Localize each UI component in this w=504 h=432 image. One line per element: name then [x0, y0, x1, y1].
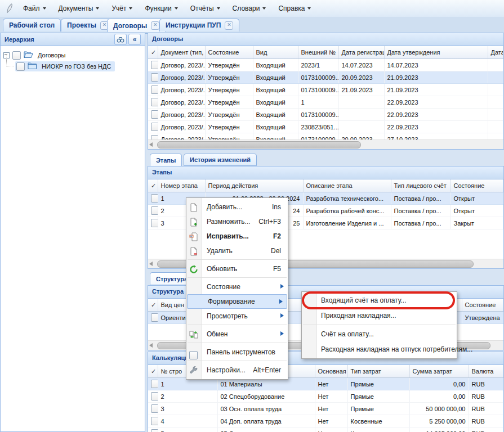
- check-icon: ✓: [151, 49, 156, 56]
- col-external[interactable]: Внешний №: [298, 46, 338, 59]
- row-checkbox[interactable]: [151, 110, 158, 119]
- table-row[interactable]: Договор, 2023/...УтверждёнВходящий017310…: [148, 109, 503, 121]
- col-approve-date[interactable]: Дата утверждения: [384, 46, 488, 59]
- tree-checkbox[interactable]: [16, 62, 25, 71]
- row-checkbox[interactable]: [151, 194, 158, 202]
- menu-file[interactable]: Файл: [17, 1, 52, 17]
- row-checkbox[interactable]: [151, 73, 158, 82]
- col-state[interactable]: Состояние: [205, 46, 253, 59]
- check-icon: ✓: [151, 368, 156, 375]
- check-icon: ✓: [151, 302, 156, 308]
- open-folder-icon: [24, 51, 33, 60]
- stages-header-row: ✓ Номер этапа Период действия Описание э…: [148, 179, 503, 192]
- check-column-header[interactable]: ✓: [148, 46, 158, 59]
- close-icon[interactable]: ✕: [225, 21, 233, 30]
- table-row[interactable]: Договор, 2023/...УтверждёнВходящий122.09…: [148, 96, 503, 109]
- scrollbar-thumb[interactable]: [157, 141, 361, 148]
- table-row[interactable]: 202 СпецоборудованиеНетПрямые0,00RUB: [148, 390, 503, 403]
- col-period[interactable]: Период действия: [205, 179, 303, 192]
- new-document-icon: [189, 202, 198, 212]
- row-checkbox[interactable]: [151, 123, 158, 131]
- menu-item-exchange[interactable]: Обмен: [186, 327, 288, 341]
- menu-item-delete[interactable]: Удалить Del: [186, 244, 288, 258]
- close-icon[interactable]: ✕: [151, 21, 159, 30]
- table-row[interactable]: Договор, 2023/...УтверждёнВходящий2023/1…: [148, 59, 503, 71]
- menu-accounting[interactable]: Учёт: [105, 1, 139, 17]
- row-checkbox[interactable]: [151, 429, 158, 432]
- menu-item-toolbar[interactable]: Панель инструментов: [186, 345, 288, 359]
- tab-contracts[interactable]: Договоры✕: [107, 19, 166, 32]
- check-column-header[interactable]: ✓: [148, 179, 158, 192]
- menu-item-refresh[interactable]: Обновить F5: [186, 262, 288, 276]
- tab-contracts-label: Договоры: [113, 22, 147, 30]
- chevron-down-icon: [307, 7, 311, 10]
- menu-functions[interactable]: Функции: [139, 1, 184, 17]
- col-kind[interactable]: Вид: [253, 46, 298, 59]
- row-checkbox[interactable]: [151, 380, 158, 388]
- menu-item-settings[interactable]: Настройки... Alt+Enter: [186, 363, 288, 377]
- menu-item-state[interactable]: Состояние: [186, 280, 288, 294]
- table-row-selected[interactable]: Договор, 2023/...УтверждёнВходящий017310…: [148, 71, 503, 84]
- row-checkbox[interactable]: [151, 417, 158, 425]
- submenu-item-receipt-note[interactable]: Приходная накладная...: [302, 308, 457, 323]
- tree-checkbox[interactable]: [12, 51, 21, 60]
- row-checkbox[interactable]: [151, 313, 158, 322]
- col-description[interactable]: Описание этапа: [303, 179, 391, 192]
- row-checkbox[interactable]: [151, 219, 158, 227]
- row-checkbox[interactable]: [151, 86, 158, 94]
- menu-item-edit[interactable]: Исправить... F2: [186, 229, 288, 244]
- row-checkbox[interactable]: [151, 392, 158, 400]
- row-checkbox-cell: [148, 403, 158, 415]
- row-checkbox[interactable]: [151, 404, 158, 413]
- table-row[interactable]: Договор, 2023/...УтверждёнВходящий230823…: [148, 121, 503, 133]
- tab-instructions[interactable]: Инструкции ПУП✕: [159, 19, 239, 32]
- menu-item-formation[interactable]: Формирование: [187, 294, 287, 309]
- col-state[interactable]: Состояние: [451, 179, 503, 192]
- table-row[interactable]: 404 Доп. оплата трудаНетКосвенные5 250 0…: [148, 415, 503, 428]
- menu-reports[interactable]: Отчёты: [184, 1, 226, 17]
- tab-desktop[interactable]: Рабочий стол: [3, 19, 61, 32]
- col-date[interactable]: Дата: [488, 46, 503, 59]
- col-main[interactable]: Основная: [315, 365, 347, 378]
- annotation-red-oval: [302, 291, 455, 309]
- submenu-item-payment-invoice[interactable]: Счёт на оплату...: [302, 327, 457, 342]
- col-account-type[interactable]: Тип лицевого счёт: [391, 179, 451, 192]
- col-cost-sum[interactable]: Сумма затрат: [409, 365, 469, 378]
- col-document[interactable]: Документ (тип, №: [158, 46, 205, 59]
- col-stage-number[interactable]: Номер этапа: [158, 179, 205, 192]
- table-row[interactable]: 303 Осн. оплата трудаНетПрямые50 000 000…: [148, 403, 503, 415]
- scroll-left-icon[interactable]: [149, 343, 153, 348]
- col-currency[interactable]: Валюта: [469, 365, 503, 378]
- tree-node-niokr[interactable]: НИОКР по ГОЗ без НДС: [15, 61, 115, 72]
- collapse-left-icon[interactable]: [128, 34, 141, 45]
- quill-icon: [2, 2, 17, 15]
- table-row[interactable]: Договор, 2023/...УтверждёнВходящий017310…: [148, 84, 503, 96]
- col-reg-date[interactable]: Дата регистрации.: [338, 46, 384, 59]
- row-checkbox[interactable]: [151, 98, 158, 106]
- table-row[interactable]: 505 Соц. отчисленияНетКосвенные14 365 00…: [148, 428, 503, 432]
- tab-change-history[interactable]: История изменений: [184, 154, 257, 166]
- stages-tab-bar: Этапы История изменений: [148, 152, 504, 166]
- check-column-header[interactable]: ✓: [148, 299, 158, 312]
- horizontal-scrollbar[interactable]: [148, 140, 503, 149]
- scroll-left-icon[interactable]: [149, 262, 153, 266]
- menu-dictionaries[interactable]: Словари: [226, 1, 273, 17]
- row-checkbox-cell: [148, 109, 158, 121]
- hierarchy-title: Иерархия: [5, 34, 34, 46]
- menu-help[interactable]: Справка: [272, 1, 317, 17]
- menu-functions-label: Функции: [145, 1, 171, 17]
- menu-item-view[interactable]: Просмотреть: [186, 309, 288, 323]
- col-state[interactable]: Состояние: [462, 299, 503, 312]
- submenu-item-expense-note[interactable]: Расходная накладная на отпуск потребител…: [302, 342, 457, 357]
- tab-stages[interactable]: Этапы: [150, 154, 182, 166]
- menu-documents[interactable]: Документы: [52, 1, 106, 17]
- submenu-arrow-icon: [280, 331, 284, 336]
- col-cost-type[interactable]: Тип затрат: [347, 365, 409, 378]
- scroll-left-icon[interactable]: [149, 142, 153, 147]
- menu-item-add[interactable]: Добавить... Ins: [186, 200, 288, 214]
- menu-item-duplicate[interactable]: Размножить... Ctrl+F3: [186, 214, 288, 229]
- check-column-header[interactable]: ✓: [148, 365, 158, 378]
- row-checkbox[interactable]: [151, 61, 158, 69]
- row-checkbox[interactable]: [151, 206, 158, 215]
- binoculars-icon[interactable]: [114, 34, 127, 45]
